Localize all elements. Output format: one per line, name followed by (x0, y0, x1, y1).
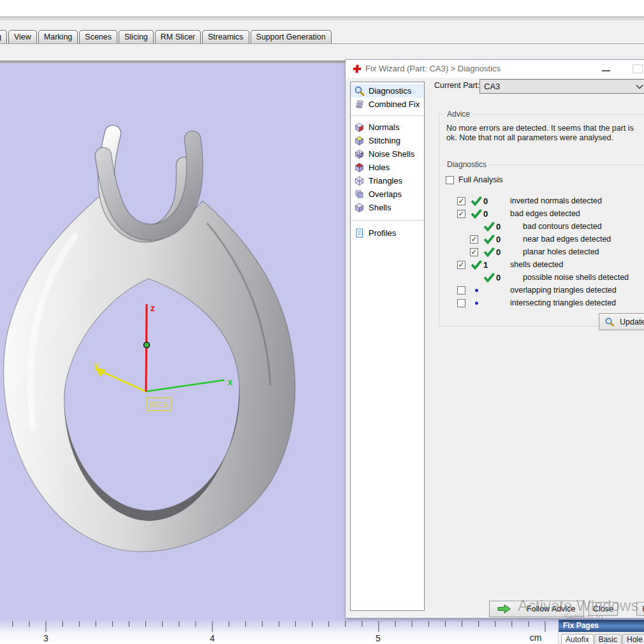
sidebar-item-label: Overlaps (369, 189, 402, 199)
diagnostic-checkbox[interactable] (457, 299, 465, 307)
diagnostic-label: possible noise shells detected (523, 273, 629, 282)
ruler-label: 4 (210, 633, 215, 643)
horizontal-ruler: 345cm (0, 620, 644, 644)
y-axis (102, 372, 146, 392)
dialog-title: Fix Wizard (Part: CA3) > Diagnostics (365, 60, 501, 78)
fix-pages-header[interactable]: Fix Pages (559, 620, 644, 632)
menu-tab-g[interactable]: g (0, 30, 7, 43)
x-axis-label: x (228, 377, 233, 387)
sidebar-item-shells[interactable]: Shells (351, 201, 424, 214)
pending-dot-icon (475, 302, 478, 305)
green-check-icon (469, 209, 483, 219)
cube-normals-icon (354, 122, 365, 133)
diagnostic-label: intersecting triangles detected (510, 298, 616, 307)
wcs-label: WCS (150, 400, 169, 409)
sidebar-item-combined-fix[interactable]: Combined Fix (351, 98, 424, 111)
diagnostics-groupbox-label: Diagnostics (444, 160, 489, 169)
magnifier-icon (354, 85, 365, 96)
current-part-select[interactable]: CA3 (479, 79, 644, 94)
diagnostic-row: ✓0inverted normals detected (439, 194, 644, 207)
menu-tab-rm-slicer[interactable]: RM Slicer (155, 30, 201, 43)
diagnostic-row: ✓0bad edges detected (439, 207, 644, 220)
full-analysis-checkbox[interactable] (446, 176, 454, 184)
magnifier-icon (604, 317, 615, 327)
error-count: 1 (483, 260, 494, 270)
list-divider (351, 220, 424, 221)
error-count: 0 (496, 247, 506, 257)
list-divider (351, 115, 424, 116)
diagnostic-row: intersecting triangles detected (439, 296, 644, 309)
maximize-button[interactable] (633, 64, 643, 73)
checkbox-placeholder (470, 274, 478, 282)
menu-tab-marking[interactable]: Marking (38, 30, 78, 43)
ruler-label: 3 (43, 633, 48, 643)
diagnostic-label: planar holes detected (523, 247, 599, 256)
sidebar-item-normals[interactable]: Normals (351, 121, 424, 134)
diagnostic-checkbox[interactable]: ✓ (457, 197, 465, 205)
chevron-down-icon (636, 84, 643, 89)
diagnostic-checkbox[interactable]: ✓ (457, 210, 465, 218)
document-icon (354, 228, 365, 238)
sidebar-item-label: Profiles (369, 228, 396, 238)
diagnostic-row: 0bad contours detected (439, 220, 644, 233)
fix-pages-tab-basic[interactable]: Basic (594, 634, 622, 644)
diagnostic-row: ✓0near bad edges detected (439, 233, 644, 245)
sidebar-item-label: Normals (369, 122, 399, 132)
fix-pages-tabs: AutofixBasicHoleTriangles (559, 632, 644, 644)
fix-pages-tab-hole[interactable]: Hole (622, 634, 644, 644)
error-count: 0 (483, 209, 494, 219)
sidebar-item-holes[interactable]: Holes (351, 161, 424, 174)
sidebar-item-label: Noise Shells (369, 149, 414, 159)
ring-model[interactable] (4, 133, 295, 552)
x-axis (146, 380, 224, 392)
diagnostic-label: inverted normals detected (510, 196, 602, 205)
cube-stitch-icon (354, 135, 365, 146)
sidebar-item-label: Shells (369, 203, 391, 212)
error-count: 0 (496, 235, 506, 244)
diagnostic-checkbox[interactable]: ✓ (470, 235, 478, 244)
fix-pages-list: DiagnosticsCombined Fix Normals Stitchin… (350, 82, 425, 611)
z-axis-label: z (150, 303, 155, 313)
update-button[interactable]: Update (599, 313, 644, 330)
cube-holes-icon (354, 162, 365, 173)
fix-pages-tab-autofix[interactable]: Autofix (561, 634, 594, 644)
error-count: 0 (483, 196, 494, 206)
sidebar-item-stitching[interactable]: Stitching (351, 134, 424, 147)
sidebar-item-profiles[interactable]: Profiles (351, 226, 424, 240)
menu-tab-slicing[interactable]: Slicing (119, 30, 154, 43)
origin-point[interactable] (144, 342, 150, 348)
sidebar-item-diagnostics[interactable]: Diagnostics (351, 84, 424, 98)
menu-tab-support-generation[interactable]: Support Generation (251, 30, 332, 43)
cube-double-icon (354, 189, 365, 200)
diagnostic-row: ✓0planar holes detected (439, 245, 644, 258)
sidebar-item-triangles[interactable]: Triangles (351, 174, 424, 187)
dialog-titlebar[interactable]: Fix Wizard (Part: CA3) > Diagnostics (346, 60, 644, 78)
menu-tab-streamics[interactable]: Streamics (202, 30, 249, 43)
cube-wire-icon (354, 175, 365, 186)
sidebar-item-overlaps[interactable]: Overlaps (351, 187, 424, 201)
menu-tab-scenes[interactable]: Scenes (79, 30, 117, 43)
advice-groupbox: Advice No more errors are detected. It s… (439, 114, 644, 165)
diagnostic-checkbox[interactable] (457, 286, 465, 295)
green-check-icon (482, 221, 496, 231)
fix-pages-panel: Fix Pages AutofixBasicHoleTriangles (558, 620, 644, 644)
status-slot (469, 289, 483, 292)
current-part-label: Current Part: (434, 81, 480, 90)
green-check-icon (482, 272, 496, 282)
sidebar-item-label: Stitching (369, 136, 400, 145)
diagnostic-checkbox[interactable]: ✓ (457, 261, 465, 269)
diagnostic-checkbox[interactable]: ✓ (470, 248, 478, 256)
diagnostic-label: bad contours detected (523, 222, 602, 231)
status-slot (469, 302, 483, 305)
minimize-button[interactable] (602, 68, 610, 71)
fix-wizard-dialog: Fix Wizard (Part: CA3) > Diagnostics Dia… (345, 59, 644, 618)
diagnostic-label: overlapping triangles detected (510, 286, 617, 295)
sidebar-item-noise-shells[interactable]: Noise Shells (351, 147, 424, 161)
diagnostic-results: ✓0inverted normals detected✓0bad edges d… (439, 194, 644, 309)
ribbon-tab-bar: gViewMarkingScenesSlicingRM SlicerStream… (0, 29, 644, 44)
ruler-label: 5 (376, 633, 381, 643)
error-count: 0 (496, 273, 506, 282)
diagnostic-row: ✓1shells detected (439, 258, 644, 271)
menu-tab-view[interactable]: View (8, 30, 37, 43)
magics-cross-icon (353, 64, 362, 73)
